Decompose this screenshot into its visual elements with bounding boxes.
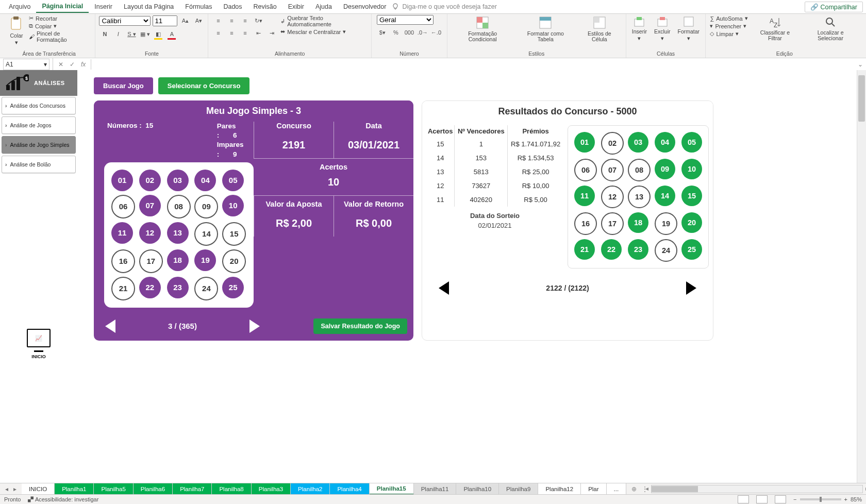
sheet-tab-planilha10[interactable]: Planilha10 (456, 483, 499, 495)
menu-layout[interactable]: Layout da Página (118, 1, 179, 12)
number-format-select[interactable]: Geral (377, 15, 434, 25)
align-middle-icon[interactable]: ≡ (226, 15, 237, 26)
borders-button[interactable]: ▦ ▾ (139, 28, 151, 40)
sidebar-item-jogo-simples[interactable]: ›Análise de Jogo Simples (2, 136, 76, 154)
menu-formulas[interactable]: Fórmulas (179, 1, 218, 12)
zoom-slider[interactable] (800, 498, 841, 500)
buscar-jogo-button[interactable]: Buscar Jogo (94, 77, 153, 94)
page-layout-view-button[interactable] (756, 495, 768, 503)
orientation-icon[interactable]: ↻▾ (253, 15, 264, 26)
format-cells-button[interactable]: Formatar▾ (676, 15, 702, 42)
underline-button[interactable]: S ▾ (126, 28, 137, 40)
fill-color-button[interactable]: ◧ (153, 28, 164, 40)
bold-button[interactable]: N (99, 28, 110, 40)
cell-styles-button[interactable]: Estilos de Célula (577, 15, 621, 43)
format-as-table-button[interactable]: Formatar como Tabela (517, 15, 574, 43)
insert-cells-button[interactable]: Inserir▾ (630, 15, 649, 42)
clear-button[interactable]: ◇ Limpar ▾ (710, 30, 747, 37)
format-painter-button[interactable]: 🖌 Pincel de Formatação (29, 30, 91, 43)
sheet-tab-planilha3[interactable]: Planilha3 (252, 483, 291, 495)
sidebar-item-bolao[interactable]: ›Análise de Bolão (2, 156, 76, 173)
merge-center-button[interactable]: ⬌ Mesclar e Centralizar ▾ (280, 28, 367, 35)
expand-formula-bar-icon[interactable]: ⌄ (855, 61, 866, 68)
next-jogo-button[interactable] (249, 320, 260, 333)
align-bottom-icon[interactable]: ≡ (239, 15, 251, 26)
align-left-icon[interactable]: ≡ (212, 27, 224, 39)
sheet-nav-next-icon[interactable]: ▸ (13, 485, 16, 493)
normal-view-button[interactable] (738, 495, 749, 503)
inicio-button[interactable]: 📈 INICIO (0, 329, 77, 359)
menu-view[interactable]: Exibir (282, 1, 310, 12)
align-top-icon[interactable]: ≡ (212, 15, 224, 26)
prev-jogo-button[interactable] (105, 320, 115, 333)
sheet-tab-planilha4[interactable]: Planilha4 (330, 483, 369, 495)
font-size-input[interactable] (153, 15, 177, 26)
fill-button[interactable]: ▾ Preencher ▾ (710, 23, 747, 29)
sheet-tab-planilha9[interactable]: Planilha9 (499, 483, 538, 495)
salvar-resultado-button[interactable]: Salvar Resultado do Jogo (313, 318, 407, 334)
thousands-icon[interactable]: 000 (404, 27, 415, 38)
sheet-tab-planilha8[interactable]: Planilha8 (212, 483, 251, 495)
prev-concurso-button[interactable] (439, 281, 449, 295)
increase-font-icon[interactable]: A▴ (179, 15, 191, 26)
sheet-tab-inicio[interactable]: INICIO (22, 483, 55, 495)
menu-data[interactable]: Dados (218, 1, 247, 12)
conditional-formatting-button[interactable]: Formatação Condicional (452, 15, 514, 43)
new-sheet-icon[interactable]: ⊕ (626, 485, 642, 493)
fx-icon[interactable]: fx (81, 61, 86, 68)
menu-developer[interactable]: Desenvolvedor (338, 1, 392, 12)
sheet-tab-planilha12[interactable]: Planilha12 (538, 483, 581, 495)
currency-icon[interactable]: $▾ (377, 27, 388, 38)
paste-button[interactable]: Colar ▾ (7, 15, 26, 46)
share-button[interactable]: 🔗 Compartilhar (805, 2, 863, 12)
autosum-button[interactable]: ∑ AutoSoma ▾ (710, 15, 747, 22)
accessibility-status[interactable]: 🙾 Acessibilidade: investigar (28, 496, 98, 502)
sheet-tab-planilha7[interactable]: Planilha7 (173, 483, 212, 495)
italic-button[interactable]: I (112, 28, 124, 40)
decrease-indent-icon[interactable]: ⇤ (253, 27, 264, 39)
name-box[interactable]: A1▾ (3, 59, 49, 70)
sidebar-item-concursos[interactable]: ›Análise dos Concursos (2, 97, 76, 114)
zoom-control[interactable]: − + 85% (793, 496, 862, 502)
menu-help[interactable]: Ajuda (310, 1, 338, 12)
increase-indent-icon[interactable]: ⇥ (266, 27, 277, 39)
sheet-tab-planilha5[interactable]: Planilha5 (94, 483, 133, 495)
percent-icon[interactable]: % (390, 27, 402, 38)
sheet-tab-planilha11[interactable]: Planilha11 (414, 483, 457, 495)
tell-me[interactable]: Diga-me o que você deseja fazer (392, 3, 496, 10)
menu-review[interactable]: Revisão (248, 1, 282, 12)
sheet-tab-planilha6[interactable]: Planilha6 (134, 483, 173, 495)
menu-insert[interactable]: Inserir (89, 1, 118, 12)
sheet-tab-plar[interactable]: Plar (581, 483, 606, 495)
sort-filter-button[interactable]: AZClassificar e Filtrar (751, 15, 800, 42)
horizontal-scrollbar[interactable]: ◂ ▸ (651, 485, 863, 493)
cut-button[interactable]: ✂ Recortar (29, 15, 91, 22)
sheet-tab-more[interactable]: ... (607, 483, 627, 495)
vertical-scrollbar[interactable] (857, 70, 866, 483)
formula-bar[interactable] (91, 59, 855, 70)
sidebar-item-jogos[interactable]: ›Análise de Jogos (2, 116, 76, 134)
sheet-nav-prev-icon[interactable]: ◂ (5, 485, 8, 493)
align-center-icon[interactable]: ≡ (226, 27, 237, 39)
menu-home[interactable]: Página Inicial (36, 1, 89, 13)
enter-icon[interactable]: ✓ (70, 61, 75, 68)
zoom-in-icon[interactable]: + (844, 496, 847, 502)
find-select-button[interactable]: Localizar e Selecionar (802, 15, 859, 42)
next-concurso-button[interactable] (686, 281, 696, 295)
font-name-select[interactable]: Calibri (99, 16, 151, 26)
sheet-tab-planilha1[interactable]: Planilha1 (55, 483, 94, 495)
decrease-decimal-icon[interactable]: ←.0 (430, 27, 442, 38)
wrap-text-button[interactable]: ↲ Quebrar Texto Automaticamente (280, 15, 367, 27)
copy-button[interactable]: ⧉ Copiar ▾ (29, 23, 91, 29)
zoom-out-icon[interactable]: − (793, 496, 796, 502)
menu-file[interactable]: Arquivo (3, 1, 36, 12)
hscroll-left-icon[interactable]: ◂ (645, 485, 648, 492)
font-color-button[interactable]: A (166, 28, 177, 40)
delete-cells-button[interactable]: Excluir▾ (652, 15, 673, 42)
selecionar-concurso-button[interactable]: Selecionar o Concurso (158, 77, 250, 94)
align-right-icon[interactable]: ≡ (239, 27, 251, 39)
decrease-font-icon[interactable]: A▾ (193, 15, 204, 26)
sheet-tab-planilha2[interactable]: Planilha2 (291, 483, 330, 495)
sheet-tab-planilha15[interactable]: Planilha15 (370, 483, 414, 495)
increase-decimal-icon[interactable]: .0→ (417, 27, 428, 38)
